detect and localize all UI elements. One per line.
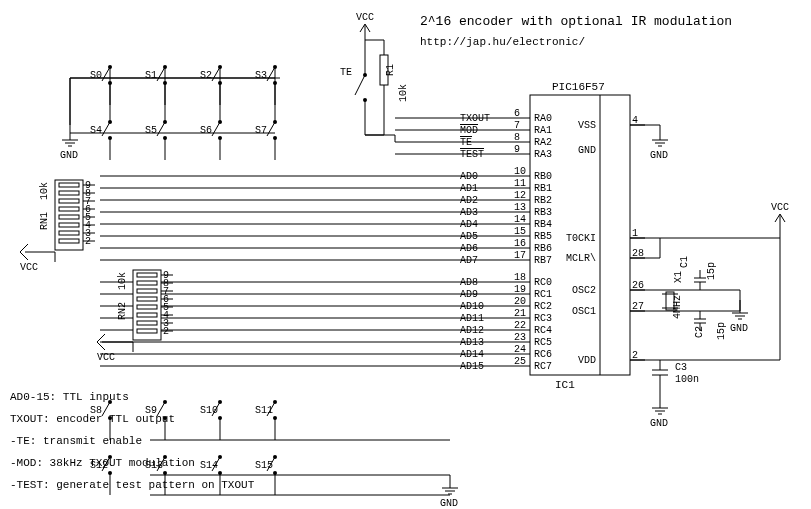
ic-pin-num: 25: [514, 356, 526, 367]
svg-text:15p: 15p: [706, 262, 717, 280]
svg-text:GND: GND: [650, 418, 668, 429]
svg-line-131: [157, 67, 165, 81]
ic-pin-num: 10: [514, 166, 526, 177]
ic-port: RB0: [534, 171, 552, 182]
svg-text:R1: R1: [385, 64, 396, 76]
svg-line-157: [212, 122, 220, 136]
ic-port: RB3: [534, 207, 552, 218]
ic-pin-num: 16: [514, 238, 526, 249]
svg-text:GND: GND: [730, 323, 748, 334]
ic-port: RB1: [534, 183, 552, 194]
svg-rect-221: [137, 273, 157, 277]
ic-ref: IC1: [555, 379, 575, 391]
svg-rect-203: [59, 183, 79, 187]
rnet-ref: RN1: [39, 212, 50, 230]
ic-port: RB5: [534, 231, 552, 242]
switch-label: S7: [255, 125, 267, 136]
ic-pin-num: 19: [514, 284, 526, 295]
ic-pin-num: 12: [514, 190, 526, 201]
ic-pin-num: 9: [514, 144, 520, 155]
svg-text:VCC: VCC: [356, 12, 374, 23]
ic-port: RC4: [534, 325, 552, 336]
rnet-pin: 2: [163, 326, 169, 337]
svg-rect-213: [59, 223, 79, 227]
ic-name: PIC16F57: [552, 81, 605, 93]
svg-line-147: [102, 122, 110, 136]
ic-port: RA3: [534, 149, 552, 160]
svg-text:C3: C3: [675, 362, 687, 373]
ic-port-right: GND: [578, 145, 596, 156]
ic-port: RC6: [534, 349, 552, 360]
ic-pin-num-right: 2: [632, 350, 638, 361]
vcc-net2: VCC: [771, 202, 789, 360]
ic-pin-num-right: 26: [632, 280, 644, 291]
svg-line-141: [267, 67, 275, 81]
svg-rect-215: [59, 231, 79, 235]
switch-label: S4: [90, 125, 102, 136]
rnet-val: 10k: [117, 272, 128, 290]
svg-text:VCC: VCC: [771, 202, 789, 213]
ic-pin-num: 21: [514, 308, 526, 319]
svg-line-126: [102, 67, 110, 81]
ic-port: RB4: [534, 219, 552, 230]
svg-text:10k: 10k: [398, 84, 409, 102]
ic-pin-num: 11: [514, 178, 526, 189]
rnet-ref: RN2: [117, 302, 128, 320]
ic-port-right: VSS: [578, 120, 596, 131]
switch-label: S3: [255, 70, 267, 81]
te-switch: TE R1 10k: [340, 40, 409, 135]
svg-rect-229: [137, 305, 157, 309]
ic-port: RB6: [534, 243, 552, 254]
ic-port-right: OSC2: [572, 285, 596, 296]
svg-rect-235: [137, 329, 157, 333]
svg-line-136: [212, 67, 220, 81]
ic-port-right: MCLR\: [566, 253, 596, 264]
svg-text:4MHz: 4MHz: [672, 295, 683, 319]
url: http://jap.hu/electronic/: [420, 36, 585, 48]
svg-text:GND: GND: [440, 498, 458, 509]
ic-port: RB7: [534, 255, 552, 266]
ic-pin-num: 23: [514, 332, 526, 343]
svg-text:C2: C2: [694, 326, 705, 338]
vcc-net1: VCC: [356, 12, 374, 40]
ic-pin-num: 24: [514, 344, 526, 355]
svg-text:C1: C1: [679, 256, 690, 268]
note-line: TXOUT: encoder TTL output: [10, 413, 175, 425]
ic-port: RC1: [534, 289, 552, 300]
svg-line-152: [157, 122, 165, 136]
ic-pin-num: 6: [514, 108, 520, 119]
svg-text:GND: GND: [650, 150, 668, 161]
ic-pin-num-right: 27: [632, 301, 644, 312]
ic-port: RC7: [534, 361, 552, 372]
schematic: 2^16 encoder with optional IR modulation…: [0, 0, 811, 509]
switch-label: S2: [200, 70, 212, 81]
svg-line-81: [355, 75, 365, 95]
resistor-networks: RN110k98765432RN210k98765432: [39, 180, 173, 352]
svg-rect-223: [137, 281, 157, 285]
ic-port-right: OSC1: [572, 306, 596, 317]
ic-port: RC3: [534, 313, 552, 324]
svg-text:TE: TE: [340, 67, 352, 78]
note-line: -TE: transmit enable: [10, 435, 142, 447]
gnd-c3: GND: [650, 395, 668, 429]
svg-text:100n: 100n: [675, 374, 699, 385]
svg-line-162: [267, 122, 275, 136]
ic-pin-num: 14: [514, 214, 526, 225]
ic-port: RA2: [534, 137, 552, 148]
switch-label: S5: [145, 125, 157, 136]
vcc-rn2: VCC: [97, 334, 133, 363]
svg-text:15p: 15p: [716, 322, 727, 340]
ic-pin-num: 17: [514, 250, 526, 261]
note-line: -MOD: 38kHz TXOUT modulation: [10, 457, 195, 469]
switch-label: S6: [200, 125, 212, 136]
ic-pin-num-right: 1: [632, 228, 638, 239]
svg-text:GND: GND: [60, 150, 78, 161]
note-line: -TEST: generate test pattern on TXOUT: [10, 479, 255, 491]
ic-pin-num: 7: [514, 120, 520, 131]
ic-pin-num: 13: [514, 202, 526, 213]
note-line: AD0-15: TTL inputs: [10, 391, 129, 403]
ic-port: RB2: [534, 195, 552, 206]
ic-pin-num: 15: [514, 226, 526, 237]
ic-pin-num: 20: [514, 296, 526, 307]
svg-rect-211: [59, 215, 79, 219]
